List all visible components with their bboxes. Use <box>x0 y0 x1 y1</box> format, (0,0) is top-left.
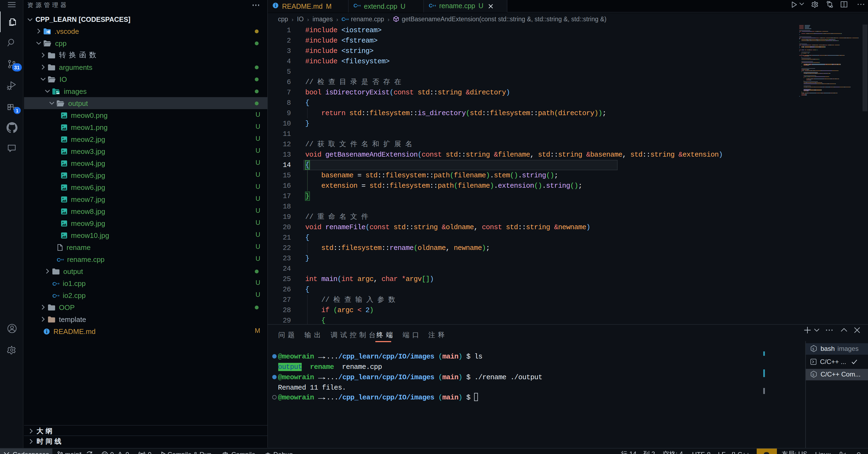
svg-text:$: $ <box>812 347 814 351</box>
svg-text:++: ++ <box>56 293 59 297</box>
svg-text:C: C <box>342 17 345 22</box>
svg-text:++: ++ <box>432 3 436 7</box>
svg-text:++: ++ <box>56 281 59 285</box>
svg-text:C: C <box>429 2 432 8</box>
svg-text:C: C <box>353 3 357 8</box>
svg-text:++: ++ <box>357 4 361 8</box>
svg-text:++: ++ <box>345 17 349 21</box>
svg-text:$: $ <box>812 373 814 377</box>
svg-text:++: ++ <box>60 257 64 261</box>
